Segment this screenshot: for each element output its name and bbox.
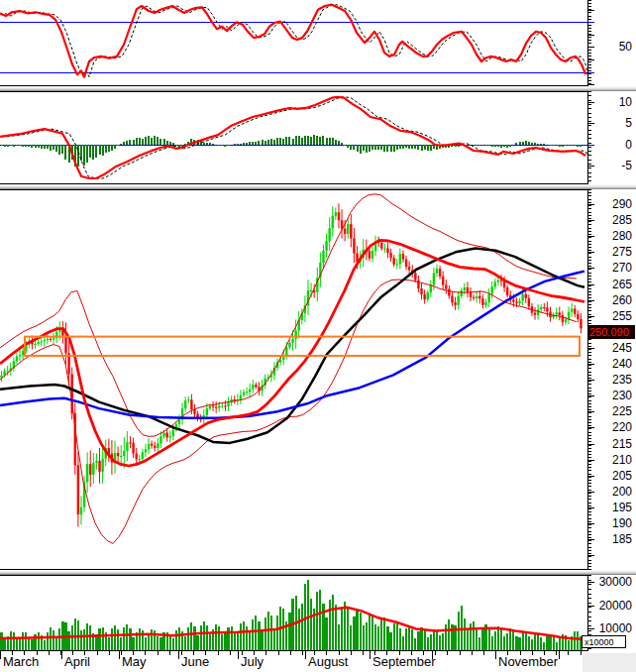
price-axis-label: 220 [588, 421, 632, 434]
price-axis-label: 285 [588, 214, 632, 227]
price-axis-label: 215 [588, 438, 632, 451]
macd-panel[interactable] [0, 91, 636, 184]
oscillator-panel[interactable] [0, 0, 636, 86]
volume-axis-label: 20000 [588, 600, 632, 613]
month-label: March [3, 654, 39, 669]
month-label: November [498, 654, 558, 669]
month-label: April [64, 654, 90, 669]
macd-axis-label: 10 [588, 96, 632, 109]
price-axis-label: 290 [588, 198, 632, 211]
price-panel[interactable] [0, 189, 636, 570]
volume-unit-label: x10000 [582, 635, 626, 648]
price-axis-label: 195 [588, 502, 632, 514]
price-axis-label: 280 [588, 230, 632, 243]
volume-axis-label: 30000 [588, 576, 632, 589]
volume-panel[interactable] [0, 575, 636, 651]
price-axis-label: 205 [588, 470, 632, 483]
bottom-right-corner [583, 653, 636, 672]
price-axis-label: 265 [588, 279, 632, 291]
price-axis-label: 260 [588, 294, 632, 307]
chart-window: 501050-529028528027527026526025524524023… [0, 0, 636, 672]
price-axis-label: 245 [588, 342, 632, 355]
price-axis-label: 255 [588, 310, 632, 323]
month-label: June [181, 654, 209, 669]
month-label: August [308, 654, 348, 669]
price-axis-label: 240 [588, 358, 632, 371]
volume-axis-label: 10000 [588, 622, 632, 635]
month-label: May [122, 654, 147, 669]
macd-axis-label: -5 [588, 160, 632, 172]
macd-axis-label: 0 [588, 139, 632, 152]
macd-axis-label: 5 [588, 117, 632, 130]
price-axis-label: 190 [588, 517, 632, 530]
last-price-tag: 250.090 [587, 325, 635, 339]
price-axis-label: 235 [588, 374, 632, 387]
month-label: July [241, 654, 264, 669]
price-axis-label: 275 [588, 246, 632, 259]
price-axis-label: 185 [588, 533, 632, 546]
price-axis-label: 225 [588, 405, 632, 418]
price-axis-label: 200 [588, 486, 632, 499]
price-axis-label: 210 [588, 454, 632, 467]
price-axis-label: 270 [588, 262, 632, 275]
oscillator-axis-label: 50 [588, 41, 632, 54]
price-axis-label: 230 [588, 390, 632, 402]
month-label: September [372, 654, 436, 669]
